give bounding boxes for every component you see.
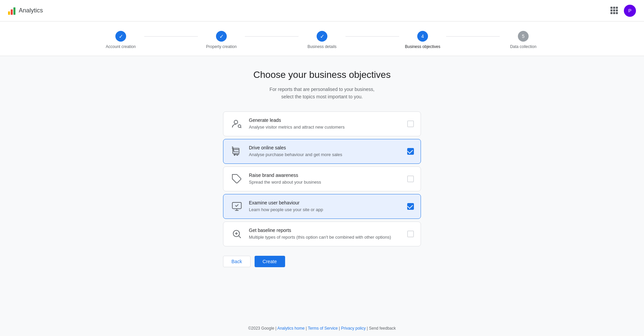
examine-user-behaviour-checkbox[interactable] bbox=[407, 203, 414, 210]
page-title: Choose your business objectives bbox=[253, 69, 390, 80]
step-connector-4 bbox=[446, 36, 500, 37]
step-connector-1 bbox=[144, 36, 198, 37]
options-list: Generate leads Analyse visitor metrics a… bbox=[223, 111, 421, 246]
person-search-icon bbox=[230, 117, 244, 131]
option-generate-leads[interactable]: Generate leads Analyse visitor metrics a… bbox=[223, 111, 421, 136]
step-number-4: 4 bbox=[421, 34, 424, 39]
checkmark-icon: ✓ bbox=[320, 33, 324, 40]
brand-awareness-svg bbox=[231, 174, 242, 184]
grid-dot bbox=[610, 9, 612, 11]
send-feedback-link[interactable]: Send feedback bbox=[369, 326, 396, 331]
drive-online-sales-desc: Analyse purchase behaviour and get more … bbox=[249, 152, 402, 158]
step-number-5: 5 bbox=[522, 34, 525, 39]
drive-sales-svg bbox=[231, 146, 242, 157]
drive-online-sales-title: Drive online sales bbox=[249, 145, 402, 150]
generate-leads-checkbox[interactable] bbox=[407, 121, 414, 127]
step-data-collection: 5 Data collection bbox=[500, 31, 547, 49]
raise-brand-awareness-text: Raise brand awareness Spread the word ab… bbox=[249, 173, 402, 185]
header: Analytics P bbox=[0, 0, 644, 21]
checkmark-icon: ✓ bbox=[119, 33, 123, 40]
button-row: Back Create bbox=[223, 256, 421, 267]
get-baseline-reports-title: Get baseline reports bbox=[249, 228, 402, 233]
logo-bar-green bbox=[13, 7, 15, 15]
step-label-2: Property creation bbox=[206, 44, 236, 49]
generate-leads-desc: Analyse visitor metrics and attract new … bbox=[249, 124, 402, 130]
footer: ©2023 Google | Analytics home | Terms of… bbox=[0, 321, 644, 336]
generate-leads-title: Generate leads bbox=[249, 117, 402, 123]
step-business-details: ✓ Business details bbox=[299, 31, 345, 49]
header-right: P bbox=[610, 5, 636, 17]
step-connector-3 bbox=[345, 36, 399, 37]
raise-brand-awareness-checkbox[interactable] bbox=[407, 176, 414, 182]
grid-dot bbox=[613, 12, 615, 14]
step-circle-4: 4 bbox=[417, 31, 428, 42]
analytics-logo bbox=[8, 7, 15, 15]
option-get-baseline-reports[interactable]: Get baseline reports Multiple types of r… bbox=[223, 222, 421, 246]
copyright: ©2023 Google bbox=[248, 326, 274, 331]
analytics-home-link[interactable]: Analytics home bbox=[277, 326, 305, 331]
shopping-cart-icon bbox=[230, 145, 244, 158]
grid-dot bbox=[616, 7, 618, 9]
header-left: Analytics bbox=[8, 7, 43, 15]
option-drive-online-sales[interactable]: Drive online sales Analyse purchase beha… bbox=[223, 139, 421, 164]
step-circle-5: 5 bbox=[518, 31, 529, 42]
stepper: ✓ Account creation ✓ Property creation ✓… bbox=[0, 21, 644, 56]
step-circle-2: ✓ bbox=[216, 31, 227, 42]
user-avatar[interactable]: P bbox=[624, 5, 636, 17]
step-connector-2 bbox=[245, 36, 299, 37]
grid-dot bbox=[613, 9, 615, 11]
generate-leads-svg bbox=[231, 118, 242, 129]
chart-search-icon bbox=[230, 227, 244, 241]
checkmark-icon: ✓ bbox=[219, 33, 224, 40]
option-examine-user-behaviour[interactable]: Examine user behaviour Learn how people … bbox=[223, 194, 421, 219]
tag-icon bbox=[230, 172, 244, 186]
privacy-policy-link[interactable]: Privacy policy bbox=[341, 326, 366, 331]
get-baseline-reports-text: Get baseline reports Multiple types of r… bbox=[249, 228, 402, 240]
grid-dot bbox=[610, 7, 612, 9]
grid-dot bbox=[616, 9, 618, 11]
step-label-3: Business details bbox=[308, 44, 337, 49]
get-baseline-reports-desc: Multiple types of reports (this option c… bbox=[249, 234, 402, 240]
grid-dot bbox=[610, 12, 612, 14]
step-business-objectives: 4 Business objectives bbox=[399, 31, 446, 49]
svg-point-4 bbox=[234, 154, 235, 155]
step-circle-1: ✓ bbox=[115, 31, 126, 42]
generate-leads-text: Generate leads Analyse visitor metrics a… bbox=[249, 117, 402, 130]
logo-bar-yellow bbox=[8, 11, 10, 15]
subtitle-line2: select the topics most important to you. bbox=[281, 94, 363, 99]
terms-of-service-link[interactable]: Terms of Service bbox=[308, 326, 338, 331]
step-label-1: Account creation bbox=[106, 44, 136, 49]
main-content: Choose your business objectives For repo… bbox=[0, 56, 644, 321]
svg-line-11 bbox=[239, 236, 241, 238]
app-title: Analytics bbox=[19, 7, 43, 14]
baseline-reports-svg bbox=[231, 229, 242, 239]
examine-user-behaviour-title: Examine user behaviour bbox=[249, 200, 402, 205]
back-button[interactable]: Back bbox=[223, 256, 251, 267]
step-circle-3: ✓ bbox=[317, 31, 327, 42]
svg-line-2 bbox=[240, 127, 241, 128]
step-label-5: Data collection bbox=[510, 44, 537, 49]
raise-brand-awareness-desc: Spread the word about your business bbox=[249, 179, 402, 185]
grid-menu-icon[interactable] bbox=[610, 7, 619, 15]
svg-point-1 bbox=[238, 125, 241, 127]
step-property-creation: ✓ Property creation bbox=[198, 31, 245, 49]
grid-dot bbox=[613, 7, 615, 9]
svg-point-5 bbox=[237, 154, 238, 155]
drive-online-sales-checkbox[interactable] bbox=[407, 148, 414, 155]
logo-bar-red bbox=[11, 9, 13, 15]
option-raise-brand-awareness[interactable]: Raise brand awareness Spread the word ab… bbox=[223, 166, 421, 191]
svg-point-0 bbox=[234, 120, 238, 124]
monitor-icon bbox=[230, 200, 244, 213]
drive-online-sales-text: Drive online sales Analyse purchase beha… bbox=[249, 145, 402, 158]
get-baseline-reports-checkbox[interactable] bbox=[407, 231, 414, 237]
subtitle-line1: For reports that are personalised to you… bbox=[270, 87, 375, 92]
examine-user-behaviour-desc: Learn how people use your site or app bbox=[249, 207, 402, 213]
page-subtitle: For reports that are personalised to you… bbox=[270, 86, 375, 101]
grid-dot bbox=[616, 12, 618, 14]
step-account-creation: ✓ Account creation bbox=[97, 31, 144, 49]
raise-brand-awareness-title: Raise brand awareness bbox=[249, 173, 402, 178]
step-label-4: Business objectives bbox=[405, 44, 440, 49]
create-button[interactable]: Create bbox=[255, 256, 285, 267]
user-behaviour-svg bbox=[231, 201, 242, 212]
examine-user-behaviour-text: Examine user behaviour Learn how people … bbox=[249, 200, 402, 213]
